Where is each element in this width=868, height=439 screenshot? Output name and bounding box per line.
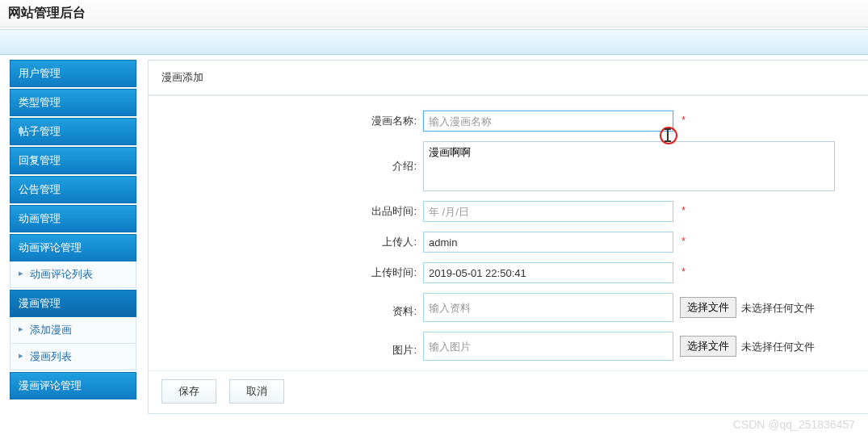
- content-panel: 漫画添加 漫画名称: * 介绍: 出品时间: *: [148, 60, 868, 414]
- file-select-pic[interactable]: 选择文件: [680, 336, 736, 357]
- action-row: 保存 取消: [149, 370, 868, 413]
- required-star: *: [681, 232, 686, 247]
- row-intro: 介绍:: [149, 141, 868, 191]
- input-material[interactable]: [423, 293, 673, 322]
- file-status-pic: 未选择任何文件: [741, 338, 815, 354]
- required-star: *: [681, 111, 686, 126]
- label-pic: 图片:: [149, 332, 423, 357]
- label-material: 资料:: [149, 293, 423, 319]
- sidebar-sub-comic-list[interactable]: 漫画列表: [10, 344, 136, 370]
- input-uploadtime[interactable]: [423, 262, 673, 283]
- input-uploader[interactable]: [423, 232, 673, 253]
- label-intro: 介绍:: [149, 141, 423, 174]
- sidebar-sub-anime-comment-list[interactable]: 动画评论列表: [10, 261, 136, 288]
- content-title: 漫画添加: [149, 61, 868, 95]
- cancel-button[interactable]: 取消: [229, 379, 284, 403]
- row-uploadtime: 上传时间: *: [149, 262, 868, 283]
- row-uploader: 上传人: *: [149, 232, 868, 253]
- sidebar-item-comic-comment-mgmt[interactable]: 漫画评论管理: [10, 372, 136, 399]
- file-status-material: 未选择任何文件: [741, 299, 815, 316]
- sidebar-item-anime-mgmt[interactable]: 动画管理: [10, 205, 136, 232]
- required-star: *: [681, 262, 686, 278]
- sidebar-item-comic-mgmt[interactable]: 漫画管理: [10, 290, 136, 317]
- label-uploader: 上传人:: [149, 232, 423, 249]
- sidebar-item-type-mgmt[interactable]: 类型管理: [10, 89, 136, 116]
- row-release: 出品时间: *: [149, 201, 868, 222]
- input-pic[interactable]: [423, 332, 673, 361]
- file-select-material[interactable]: 选择文件: [680, 297, 736, 318]
- sidebar-item-notice-mgmt[interactable]: 公告管理: [10, 176, 136, 203]
- label-name: 漫画名称:: [149, 111, 423, 128]
- input-intro[interactable]: [423, 141, 835, 191]
- sidebar-item-anime-comment-mgmt[interactable]: 动画评论管理: [10, 234, 136, 261]
- input-release-date[interactable]: [423, 201, 673, 222]
- required-star: *: [681, 201, 686, 216]
- label-release: 出品时间:: [149, 201, 423, 219]
- form: 漫画名称: * 介绍: 出品时间: * 上传人:: [149, 95, 868, 361]
- watermark: CSDN @qq_251836457: [733, 418, 855, 431]
- main-layout: 用户管理 类型管理 帖子管理 回复管理 公告管理 动画管理 动画评论管理 动画评…: [0, 60, 868, 414]
- sidebar-sub-add-comic[interactable]: 添加漫画: [10, 317, 136, 344]
- row-material: 资料: 选择文件 未选择任何文件: [149, 293, 868, 322]
- input-comic-name[interactable]: [423, 111, 673, 132]
- sidebar: 用户管理 类型管理 帖子管理 回复管理 公告管理 动画管理 动画评论管理 动画评…: [10, 60, 136, 414]
- label-uploadtime: 上传时间:: [149, 262, 423, 280]
- save-button[interactable]: 保存: [161, 379, 216, 403]
- row-pic: 图片: 选择文件 未选择任何文件: [149, 332, 868, 361]
- top-band: [0, 29, 868, 55]
- sidebar-item-user-mgmt[interactable]: 用户管理: [10, 60, 136, 87]
- page-header-title: 网站管理后台: [8, 5, 860, 22]
- sidebar-item-reply-mgmt[interactable]: 回复管理: [10, 147, 136, 174]
- sidebar-item-post-mgmt[interactable]: 帖子管理: [10, 118, 136, 145]
- row-name: 漫画名称: *: [149, 111, 868, 132]
- header-bar: 网站管理后台: [0, 0, 868, 27]
